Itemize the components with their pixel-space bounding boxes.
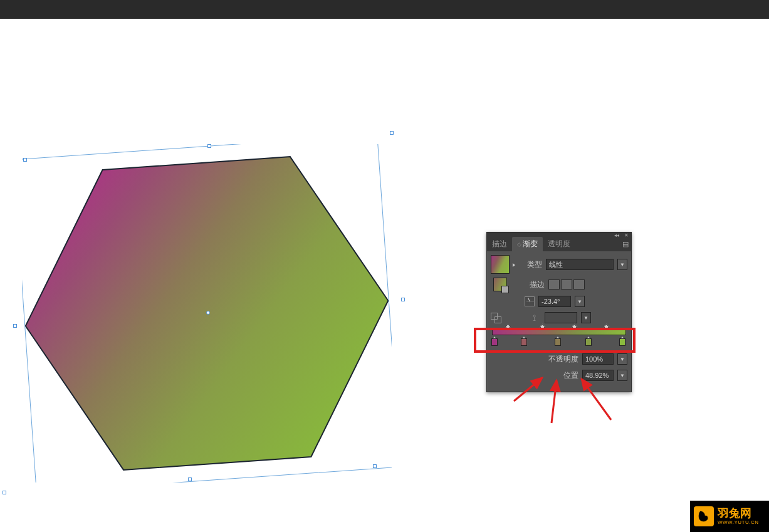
stroke-align-3[interactable] [573, 279, 585, 289]
panel-tabs: 描边 ◇渐变 透明度 ▤ [487, 237, 631, 251]
app-toolbar [0, 0, 769, 19]
opacity-stop-4[interactable] [604, 324, 610, 330]
gradient-stop-4[interactable] [585, 336, 592, 345]
angle-dropdown-icon[interactable]: ▼ [575, 296, 585, 307]
panel-menu-icon[interactable]: ▤ [622, 240, 629, 248]
opacity-dropdown-icon[interactable]: ▼ [617, 353, 627, 365]
opacity-stop-1[interactable] [505, 324, 511, 330]
tab-gradient[interactable]: ◇渐变 [512, 237, 543, 251]
gradient-slider[interactable] [492, 328, 626, 348]
angle-input[interactable]: -23.4° [538, 296, 571, 307]
opacity-label: 不透明度 [548, 354, 578, 365]
ratio-dropdown-icon[interactable]: ▼ [581, 312, 591, 323]
ratio-icon: ⟟ [527, 313, 541, 323]
handle-br[interactable] [373, 464, 377, 468]
watermark-logo-icon [694, 506, 714, 526]
handle-bm[interactable] [188, 477, 192, 481]
angle-icon [525, 296, 535, 306]
canvas[interactable]: ◂◂ ✕ 描边 ◇渐变 透明度 ▤ 类型 线性 ▼ 描边 [0, 19, 769, 532]
watermark-en: WWW.YUTU.CN [718, 520, 759, 526]
ratio-input[interactable] [545, 312, 577, 323]
tab-stroke[interactable]: 描边 [487, 237, 512, 251]
opacity-stop-2[interactable] [540, 324, 546, 330]
gradient-stop-2[interactable] [521, 336, 527, 345]
tab-gradient-label: 渐变 [523, 239, 538, 248]
position-label: 位置 [563, 370, 578, 381]
opacity-stop-3[interactable] [572, 324, 578, 330]
stroke-align-buttons [548, 279, 585, 289]
gradient-swatch[interactable] [491, 255, 510, 274]
position-dropdown-icon[interactable]: ▼ [617, 370, 627, 381]
watermark-cn: 羽兔网 [718, 508, 759, 520]
gradient-stop-5[interactable] [619, 336, 625, 345]
type-label: 类型 [523, 259, 542, 270]
gradient-panel: ◂◂ ✕ 描边 ◇渐变 透明度 ▤ 类型 线性 ▼ 描边 [486, 232, 632, 392]
type-select[interactable]: 线性 [546, 259, 614, 270]
stroke-label: 描边 [526, 279, 545, 290]
handle-center[interactable] [206, 311, 210, 315]
aspect-icon [491, 313, 502, 323]
handle-tl[interactable] [23, 158, 27, 162]
stroke-align-1[interactable] [548, 279, 560, 289]
watermark: 羽兔网 WWW.YUTU.CN [690, 501, 769, 532]
tab-transparency[interactable]: 透明度 [543, 237, 575, 251]
expand-icon: ◇ [517, 241, 521, 248]
handle-mr[interactable] [401, 298, 405, 301]
gradient-stops [492, 336, 626, 348]
gradient-stop-3[interactable] [555, 336, 561, 345]
position-input[interactable]: 48.92% [582, 370, 614, 381]
gradient-stop-1[interactable] [491, 336, 498, 345]
panel-body: 类型 线性 ▼ 描边 -23.4° ▼ [487, 251, 631, 392]
stroke-align-2[interactable] [561, 279, 572, 289]
handle-bl[interactable] [3, 491, 6, 494]
type-dropdown-icon[interactable]: ▼ [617, 259, 627, 270]
handle-ml[interactable] [13, 324, 17, 328]
handle-tr[interactable] [390, 131, 394, 135]
handle-tm[interactable] [207, 144, 211, 148]
opacity-input[interactable]: 100% [582, 353, 614, 365]
fill-stroke-swatch[interactable] [493, 278, 507, 291]
